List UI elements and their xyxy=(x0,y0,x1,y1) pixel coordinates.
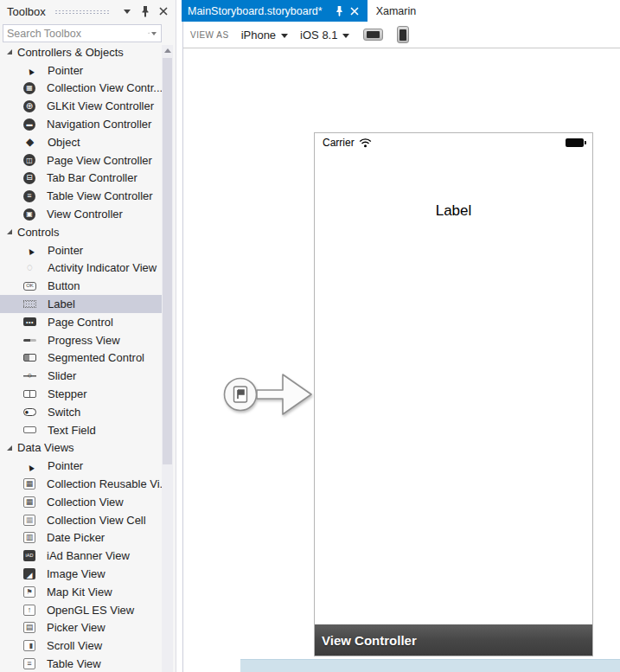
toolbox-item-label: Date Picker xyxy=(47,531,105,544)
toolbox-item-label: Navigation Controller xyxy=(47,118,151,131)
switch-icon: ● xyxy=(23,408,36,416)
glkit-view-controller-icon: ⊕ xyxy=(23,100,35,112)
toolbox-item-page-control[interactable]: •••Page Control xyxy=(0,313,163,331)
view-controller-title: View Controller xyxy=(322,633,417,648)
toolbox-item-label: GLKit View Controller xyxy=(47,99,154,112)
toolbox-item-table-view-controller[interactable]: ≡Table View Controller xyxy=(0,187,163,205)
toolbox-item-collection-view[interactable]: ▦Collection View xyxy=(0,493,163,511)
tab-pin-button[interactable] xyxy=(334,5,346,17)
toolbox-item-label: OpenGL ES View xyxy=(47,604,134,617)
toolbox-drag-grip[interactable] xyxy=(54,10,109,15)
battery-icon xyxy=(566,138,584,147)
pin-button[interactable] xyxy=(138,4,152,18)
toolbox-item-label: Object xyxy=(48,136,80,149)
window-position-menu-button[interactable] xyxy=(120,4,134,18)
toolbox-item-collection-view-cell[interactable]: ▦Collection View Cell xyxy=(0,511,163,529)
toolbox-item-button[interactable]: OKButton xyxy=(0,277,163,295)
portrait-orientation-button[interactable] xyxy=(397,26,409,43)
picker-view-icon: ▤ xyxy=(23,622,35,633)
scrollbar-thumb[interactable] xyxy=(163,58,172,464)
toolbox-item-iad-banner-view[interactable]: iADiAd Banner View xyxy=(0,547,163,565)
toolbox-item-label: Table View Controller xyxy=(47,189,153,202)
toolbox-item-label: Slider xyxy=(48,369,76,382)
pointer-icon: ▲ xyxy=(22,458,39,476)
toolbox-item-label: Activity Indicator View xyxy=(48,261,157,274)
toolbox-item-date-picker[interactable]: ▥Date Picker xyxy=(0,529,163,547)
toolbox-item-label: Collection View Cell xyxy=(47,514,146,527)
toolbox-item-table-view[interactable]: ≡Table View xyxy=(0,655,163,672)
storyboard-entry-point-arrow[interactable] xyxy=(221,366,316,423)
toolbox-item-label: Pointer xyxy=(48,459,83,472)
view-controller-bar[interactable]: View Controller xyxy=(315,624,592,656)
toolbox-item-picker-view[interactable]: ▤Picker View xyxy=(0,619,163,637)
toolbox-item-stepper[interactable]: Stepper xyxy=(0,385,163,403)
toolbox-item-pointer[interactable]: ▲Pointer xyxy=(0,457,163,475)
segmented-control-icon xyxy=(23,354,36,362)
toolbox-scrollbar[interactable] xyxy=(162,45,173,672)
toolbox-item-pointer[interactable]: ▲Pointer xyxy=(0,61,163,80)
tab-label: MainStoryboard.storyboard* xyxy=(188,5,323,17)
toolbox-section-controls[interactable]: Controls xyxy=(0,223,163,241)
toolbox-item-object[interactable]: ◆Object xyxy=(0,133,163,151)
tab-mainstoryboard[interactable]: MainStoryboard.storyboard* xyxy=(182,0,368,22)
toolbox-item-view-controller[interactable]: ▣View Controller xyxy=(0,205,163,223)
map-kit-view-icon: ⚑ xyxy=(23,586,35,598)
label-control[interactable]: Label xyxy=(315,202,592,220)
toolbox-item-segmented-control[interactable]: Segmented Control xyxy=(0,349,163,368)
button-icon: OK xyxy=(23,282,36,291)
pointer-icon: ▲ xyxy=(22,242,39,259)
search-input[interactable] xyxy=(3,28,148,40)
toolbox-item-label: Collection Reusable Vi... xyxy=(47,477,169,490)
section-label: Data Views xyxy=(17,441,74,454)
iphone-canvas[interactable]: Carrier Label View Controller xyxy=(314,132,593,656)
toolbox-item-collection-view-contr[interactable]: ▦Collection View Contr... xyxy=(0,80,163,98)
toolbox-item-opengl-es-view[interactable]: ↑OpenGL ES View xyxy=(0,601,163,619)
toolbox-item-pointer[interactable]: ▲Pointer xyxy=(0,241,163,259)
image-view-icon: ◢ xyxy=(23,568,35,579)
navigation-controller-icon: ▬ xyxy=(23,118,35,131)
toolbox-item-progress-view[interactable]: Progress View xyxy=(0,331,163,349)
toolbox-item-map-kit-view[interactable]: ⚑Map Kit View xyxy=(0,583,163,601)
search-options-chevron-icon[interactable] xyxy=(151,32,157,35)
toolbox-item-page-view-controller[interactable]: ◫Page View Controller xyxy=(0,151,163,170)
toolbox-item-switch[interactable]: ●Switch xyxy=(0,403,163,421)
close-toolbox-button[interactable] xyxy=(157,4,170,18)
toolbox-section-controllers-objects[interactable]: Controllers & Objects xyxy=(0,43,163,61)
toolbox-item-glkit-view-controller[interactable]: ⊕GLKit View Controller xyxy=(0,97,163,115)
toolbox-section-data-views[interactable]: Data Views xyxy=(0,439,163,458)
toolbox-item-label: iAd Banner View xyxy=(47,549,130,562)
progress-view-icon xyxy=(23,339,36,342)
view-controller-icon: ▣ xyxy=(23,208,35,221)
toolbox-item-label[interactable]: Label xyxy=(0,295,163,313)
device-dropdown[interactable]: iPhone xyxy=(241,29,288,42)
scroll-up-arrow-icon[interactable] xyxy=(164,48,171,53)
table-view-icon: ≡ xyxy=(23,658,35,669)
toolbox-item-text-field[interactable]: Text Field xyxy=(0,421,163,439)
chevron-down-icon xyxy=(281,34,288,38)
tab-xamarin[interactable]: Xamarin xyxy=(368,0,425,22)
close-icon xyxy=(159,7,168,16)
toolbox-item-label: Switch xyxy=(48,406,80,419)
landscape-orientation-button[interactable] xyxy=(363,29,383,41)
label-icon xyxy=(23,300,36,308)
tab-close-button[interactable] xyxy=(348,5,361,17)
toolbox-item-tab-bar-controller[interactable]: ⊟Tab Bar Controller xyxy=(0,170,163,188)
toolbox-panel: Toolbox Controllers & Objects▲Poi xyxy=(0,0,176,672)
collection-view-controller-icon: ▦ xyxy=(23,82,35,94)
table-view-controller-icon: ≡ xyxy=(23,190,35,202)
toolbox-item-slider[interactable]: ○Slider xyxy=(0,367,163,385)
toolbox-item-scroll-view[interactable]: ▮Scroll View xyxy=(0,637,163,655)
toolbox-item-label: Picker View xyxy=(47,621,105,634)
toolbox-item-activity-indicator-view[interactable]: ◌Activity Indicator View xyxy=(0,259,163,278)
toolbox-list: Controllers & Objects▲Pointer▦Collection… xyxy=(0,43,163,672)
toolbox-item-label: Pointer xyxy=(48,244,83,257)
search-icon[interactable] xyxy=(148,28,150,39)
toolbox-item-navigation-controller[interactable]: ▬Navigation Controller xyxy=(0,115,163,133)
os-version-dropdown[interactable]: iOS 8.1 xyxy=(300,29,349,42)
toolbox-item-collection-reusable-vi[interactable]: ▦Collection Reusable Vi... xyxy=(0,475,163,493)
toolbox-item-image-view[interactable]: ◢Image View xyxy=(0,565,163,583)
horizontal-scrollbar[interactable] xyxy=(240,659,620,672)
scroll-view-icon: ▮ xyxy=(23,640,35,651)
document-tabstrip: MainStoryboard.storyboard* Xamarin xyxy=(182,0,620,22)
toolbox-item-label: Text Field xyxy=(48,424,96,437)
